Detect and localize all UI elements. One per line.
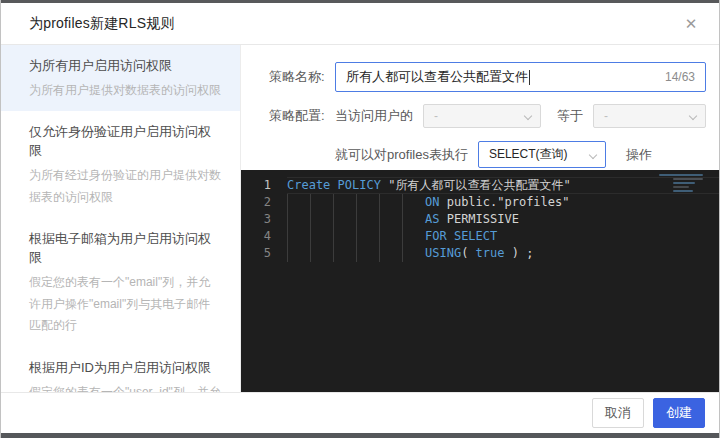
chevron-down-icon — [689, 112, 697, 120]
indent-guide — [402, 245, 425, 262]
text-caret — [529, 70, 530, 85]
cancel-button[interactable]: 取消 — [592, 398, 644, 428]
indent-guide — [287, 245, 310, 262]
close-icon[interactable]: ✕ — [681, 14, 701, 34]
indent-guide — [356, 194, 379, 211]
action-prefix-label: 就可以对profiles表执行 — [335, 146, 468, 164]
code-text: Create POLICY "所有人都可以查看公共配置文件" — [287, 177, 719, 194]
column-select[interactable]: - — [423, 104, 541, 128]
indent-guide — [402, 228, 425, 245]
line-number: 3 — [241, 211, 287, 228]
indent-guide — [402, 211, 425, 228]
indent-guide — [379, 245, 402, 262]
chevron-down-icon — [524, 112, 532, 120]
value-select[interactable]: - — [593, 104, 706, 128]
dialog-header: 为profiles新建RLS规则 ✕ — [1, 3, 719, 45]
sidebar-item-desc: 为所有经过身份验证的用户提供对数据表的访问权限 — [29, 165, 222, 208]
editor-line-2: 2ON public."profiles" — [241, 194, 719, 211]
indent-guide — [356, 245, 379, 262]
sidebar-item-desc: 为所有用户提供对数据表的访问权限 — [29, 80, 222, 102]
equals-label: 等于 — [557, 107, 583, 125]
indent-guide — [333, 228, 356, 245]
indent-guide — [356, 211, 379, 228]
sidebar-item-3[interactable]: 根据电子邮箱为用户启用访问权限假定您的表有一个"email"列，并允许用户操作"… — [1, 218, 240, 346]
window-bottom-edge — [1, 433, 719, 438]
create-button[interactable]: 创建 — [653, 398, 705, 428]
policy-name-input[interactable]: 所有人都可以查看公共配置文件 14/63 — [335, 62, 706, 92]
when-user-label: 当访问用户的 — [335, 107, 413, 125]
code-text: FOR SELECT — [287, 228, 719, 245]
line-number: 5 — [241, 245, 287, 262]
sidebar-item-title: 根据电子邮箱为用户启用访问权限 — [29, 230, 222, 268]
indent-guide — [379, 228, 402, 245]
indent-guide — [287, 228, 310, 245]
policy-config-row: 策略配置: 当访问用户的 - 等于 - — [269, 104, 706, 128]
sidebar-item-4[interactable]: 根据用户ID为用户启用访问权限假定您的表有一个"user_id"列，并允许用户操… — [1, 347, 240, 392]
indent-guide — [333, 194, 356, 211]
sidebar-item-2[interactable]: 仅允许身份验证用户启用访问权限为所有经过身份验证的用户提供对数据表的访问权限 — [1, 111, 240, 218]
sql-code-editor[interactable]: 1Create POLICY "所有人都可以查看公共配置文件"2ON publi… — [241, 170, 719, 392]
code-text: USING( true ) ; — [287, 245, 719, 262]
indent-guide — [287, 211, 310, 228]
action-select-value: SELECT(查询) — [489, 146, 568, 163]
policy-name-label: 策略名称: — [269, 68, 335, 86]
policy-template-sidebar: 为所有用户启用访问权限为所有用户提供对数据表的访问权限仅允许身份验证用户启用访问… — [1, 45, 241, 392]
indent-guide — [356, 228, 379, 245]
editor-line-3: 3AS PERMISSIVE — [241, 211, 719, 228]
line-number: 1 — [241, 177, 287, 194]
action-suffix-label: 操作 — [626, 146, 652, 164]
policy-name-value: 所有人都可以查看公共配置文件 — [346, 68, 528, 86]
indent-guide — [310, 194, 333, 211]
dialog-body: 为所有用户启用访问权限为所有用户提供对数据表的访问权限仅允许身份验证用户启用访问… — [1, 45, 719, 392]
indent-guide — [402, 194, 425, 211]
policy-config-label: 策略配置: — [269, 107, 335, 125]
indent-guide — [333, 245, 356, 262]
rls-dialog: 为profiles新建RLS规则 ✕ 为所有用户启用访问权限为所有用户提供对数据… — [0, 0, 720, 438]
code-text: AS PERMISSIVE — [287, 211, 719, 228]
action-select[interactable]: SELECT(查询) — [478, 141, 606, 168]
editor-minimap — [659, 174, 707, 208]
dialog-content: 策略名称: 所有人都可以查看公共配置文件 14/63 策略配置: 当访问用户的 … — [241, 45, 719, 392]
indent-guide — [310, 228, 333, 245]
indent-guide — [287, 194, 310, 211]
code-text: ON public."profiles" — [287, 194, 719, 211]
editor-line-4: 4FOR SELECT — [241, 228, 719, 245]
policy-form: 策略名称: 所有人都可以查看公共配置文件 14/63 策略配置: 当访问用户的 … — [241, 45, 719, 170]
sidebar-item-1[interactable]: 为所有用户启用访问权限为所有用户提供对数据表的访问权限 — [1, 45, 240, 111]
editor-line-5: 5USING( true ) ; — [241, 245, 719, 262]
char-counter: 14/63 — [665, 70, 695, 84]
sidebar-item-title: 仅允许身份验证用户启用访问权限 — [29, 123, 222, 161]
sidebar-item-desc: 假定您的表有一个"user_id"列，并允许用户操作"user_id"列与其 I… — [29, 382, 222, 392]
policy-name-row: 策略名称: 所有人都可以查看公共配置文件 14/63 — [269, 62, 706, 92]
column-select-value: - — [434, 109, 438, 123]
indent-guide — [333, 211, 356, 228]
value-select-value: - — [604, 109, 608, 123]
chevron-down-icon — [589, 151, 597, 159]
sidebar-item-title: 根据用户ID为用户启用访问权限 — [29, 359, 222, 378]
window-top-edge — [1, 0, 719, 3]
sidebar-item-title: 为所有用户启用访问权限 — [29, 57, 222, 76]
indent-guide — [310, 211, 333, 228]
line-number: 4 — [241, 228, 287, 245]
policy-action-row: 就可以对profiles表执行 SELECT(查询) 操作 — [269, 141, 706, 168]
editor-line-1: 1Create POLICY "所有人都可以查看公共配置文件" — [241, 177, 719, 194]
dialog-footer: 取消 创建 — [1, 392, 719, 433]
sidebar-item-desc: 假定您的表有一个"email"列，并允许用户操作"email"列与其电子邮件匹配… — [29, 272, 222, 337]
indent-guide — [310, 245, 333, 262]
indent-guide — [379, 194, 402, 211]
indent-guide — [379, 211, 402, 228]
dialog-title: 为profiles新建RLS规则 — [29, 15, 175, 33]
line-number: 2 — [241, 194, 287, 211]
